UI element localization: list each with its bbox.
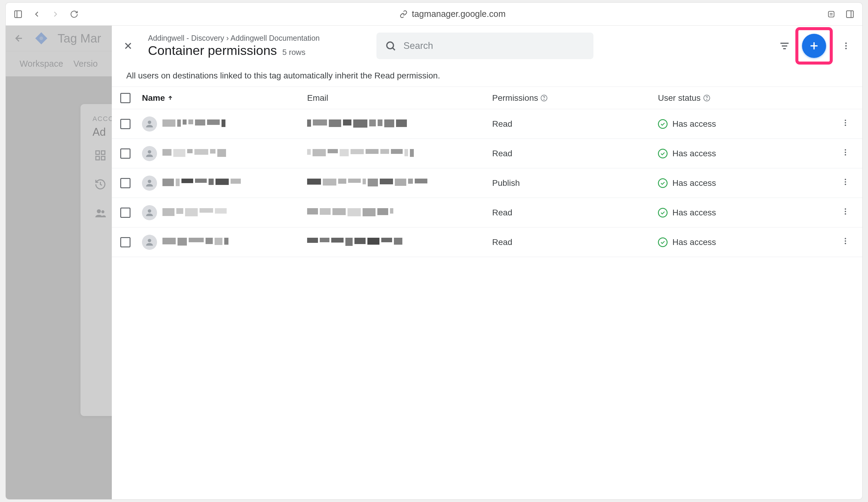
row-checkbox[interactable] bbox=[120, 178, 131, 188]
panel-more-button[interactable] bbox=[838, 38, 854, 54]
redacted-name bbox=[163, 119, 241, 129]
help-icon[interactable] bbox=[703, 94, 710, 102]
svg-line-18 bbox=[393, 48, 395, 50]
header-titles: Addingwell - Discovery › Addingwell Docu… bbox=[148, 34, 320, 58]
svg-point-26 bbox=[845, 48, 847, 49]
bg-tab-workspace: Workspace bbox=[20, 59, 63, 69]
close-button[interactable] bbox=[120, 38, 136, 54]
row-count: 5 rows bbox=[282, 48, 306, 57]
svg-point-42 bbox=[845, 181, 846, 183]
svg-point-37 bbox=[845, 149, 846, 151]
row-more-button[interactable] bbox=[841, 119, 850, 129]
svg-point-33 bbox=[845, 120, 846, 121]
header-actions bbox=[777, 27, 854, 64]
breadcrumb: Addingwell - Discovery › Addingwell Docu… bbox=[148, 34, 320, 42]
redacted-email bbox=[307, 238, 452, 247]
th-email[interactable]: Email bbox=[307, 93, 492, 103]
svg-point-43 bbox=[845, 184, 846, 185]
redacted-email bbox=[307, 208, 452, 217]
search-box[interactable] bbox=[376, 32, 593, 59]
th-perm-label: Permissions bbox=[492, 93, 538, 103]
svg-rect-10 bbox=[101, 151, 105, 154]
status-ok-icon bbox=[658, 149, 668, 158]
row-checkbox[interactable] bbox=[120, 208, 131, 218]
reload-icon[interactable] bbox=[69, 9, 79, 19]
svg-point-48 bbox=[148, 239, 151, 242]
th-name[interactable]: Name bbox=[142, 93, 307, 103]
address-bar[interactable]: tagmanager.google.com bbox=[88, 9, 818, 19]
th-user-status[interactable]: User status bbox=[658, 93, 837, 103]
filter-button[interactable] bbox=[777, 38, 792, 54]
svg-point-39 bbox=[845, 154, 846, 156]
bg-app-title: Tag Mar bbox=[58, 32, 101, 45]
svg-point-14 bbox=[101, 210, 104, 213]
status-text: Has access bbox=[672, 149, 716, 158]
svg-point-49 bbox=[845, 238, 846, 240]
sort-asc-icon bbox=[167, 95, 173, 101]
table-row: ReadHas access bbox=[112, 198, 862, 228]
redacted-email bbox=[307, 119, 452, 129]
row-checkbox[interactable] bbox=[120, 148, 131, 159]
redacted-email bbox=[307, 179, 452, 188]
redacted-name bbox=[163, 238, 241, 247]
permissions-table: Name Email Permissions User status ReadH… bbox=[112, 87, 862, 257]
row-more-button[interactable] bbox=[841, 148, 850, 159]
avatar bbox=[142, 117, 157, 132]
status-ok-icon bbox=[658, 238, 668, 247]
row-more-button[interactable] bbox=[841, 178, 850, 188]
browser-toolbar: tagmanager.google.com bbox=[6, 3, 862, 26]
status-text: Has access bbox=[672, 238, 716, 247]
svg-rect-12 bbox=[101, 156, 105, 160]
grid-icon bbox=[94, 149, 106, 161]
site-settings-icon bbox=[400, 10, 407, 18]
forward-icon bbox=[50, 9, 61, 19]
svg-rect-20 bbox=[782, 46, 787, 47]
help-icon[interactable] bbox=[540, 94, 548, 102]
search-icon bbox=[385, 40, 396, 52]
redacted-name bbox=[163, 208, 241, 217]
svg-point-17 bbox=[387, 42, 393, 49]
container-permissions-panel: Addingwell - Discovery › Addingwell Docu… bbox=[112, 26, 862, 499]
svg-point-35 bbox=[845, 124, 846, 126]
status-ok-icon bbox=[658, 178, 668, 188]
svg-rect-9 bbox=[96, 151, 100, 154]
table-row: ReadHas access bbox=[112, 109, 862, 139]
svg-point-8 bbox=[40, 37, 43, 40]
panel-title: Container permissions bbox=[148, 43, 277, 58]
row-more-button[interactable] bbox=[841, 207, 850, 218]
search-input[interactable] bbox=[404, 40, 585, 51]
svg-point-13 bbox=[97, 209, 101, 213]
svg-point-40 bbox=[148, 180, 151, 183]
row-more-button[interactable] bbox=[841, 237, 850, 248]
panel-toggle-icon[interactable] bbox=[845, 9, 855, 19]
status-text: Has access bbox=[672, 178, 716, 188]
permission-cell: Read bbox=[492, 238, 658, 247]
svg-rect-2 bbox=[828, 11, 834, 17]
svg-point-25 bbox=[845, 45, 847, 47]
back-icon[interactable] bbox=[32, 9, 42, 19]
svg-rect-19 bbox=[781, 43, 789, 44]
window-frame: tagmanager.google.com Tag Mar Workspace … bbox=[6, 2, 862, 500]
svg-rect-21 bbox=[783, 48, 786, 50]
svg-rect-11 bbox=[96, 156, 100, 160]
th-email-label: Email bbox=[307, 93, 328, 103]
add-user-button[interactable] bbox=[802, 34, 826, 58]
url-text: tagmanager.google.com bbox=[412, 9, 505, 19]
table-row: PublishHas access bbox=[112, 168, 862, 198]
status-text: Has access bbox=[672, 208, 716, 218]
svg-point-36 bbox=[148, 150, 151, 153]
table-row: ReadHas access bbox=[112, 139, 862, 168]
th-status-label: User status bbox=[658, 93, 701, 103]
sidebar-toggle-icon[interactable] bbox=[13, 9, 23, 19]
bg-back-icon bbox=[13, 33, 25, 43]
svg-point-34 bbox=[845, 122, 846, 124]
status-ok-icon bbox=[658, 119, 668, 129]
svg-point-44 bbox=[148, 209, 151, 212]
add-button-highlight bbox=[795, 27, 833, 64]
row-checkbox[interactable] bbox=[120, 237, 131, 248]
th-permissions[interactable]: Permissions bbox=[492, 93, 658, 103]
row-checkbox[interactable] bbox=[120, 119, 131, 129]
select-all-checkbox[interactable] bbox=[120, 93, 131, 103]
extension-icon[interactable] bbox=[826, 9, 836, 19]
svg-point-46 bbox=[845, 211, 846, 212]
